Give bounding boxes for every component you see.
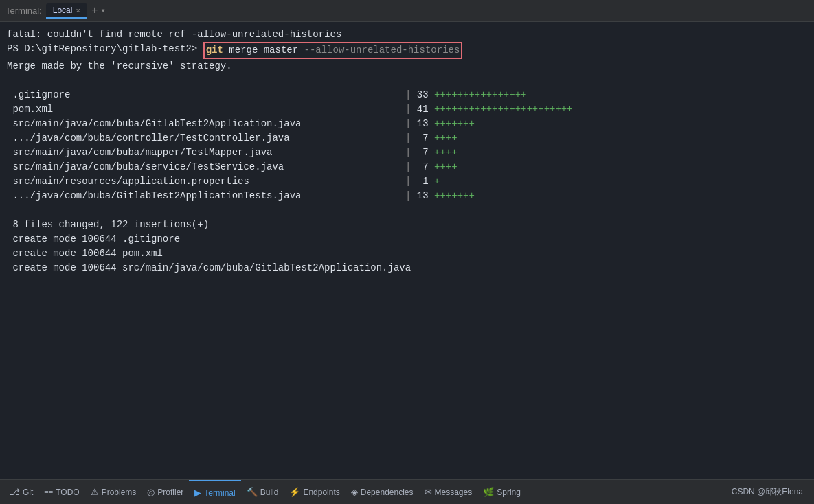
diff-file: .../java/com/buba/controller/TestControl… [7,131,405,146]
problems-label: Problems [102,488,137,497]
endpoints-status[interactable]: ⚡ Endpoints [284,480,345,504]
close-tab-icon[interactable]: × [76,6,80,14]
todo-label: TODO [56,488,79,497]
terminal-line-blank2 [7,203,807,218]
diff-line-testservice: src/main/java/com/buba/service/TestServi… [7,160,807,174]
diff-num: 13 [417,189,434,203]
spring-icon: 🌿 [483,487,494,497]
endpoints-icon: ⚡ [289,487,300,497]
pipe: | [405,102,417,117]
git-label: Git [23,488,33,497]
diff-plusses: +++++++ [434,189,475,203]
author-text: CSDN @邱秋Elena [732,486,803,498]
messages-icon: ✉ [425,487,432,497]
diff-line-testcontroller: .../java/com/buba/controller/TestControl… [7,131,807,146]
tab-dropdown-icon[interactable]: ▾ [100,5,105,16]
build-status[interactable]: 🔨 Build [241,480,284,504]
terminal-tabbar: Terminal: Local × + ▾ [0,0,814,22]
cmd-git: git [206,45,223,56]
endpoints-label: Endpoints [303,488,339,497]
diff-plusses: ++++++++++++++++ [434,88,526,102]
create-text-3: create mode 100644 src/main/java/com/bub… [7,261,411,275]
diff-plusses: + [434,174,440,189]
terminal-line-prompt: PS D:\gitRepository\gitlab-test2> git me… [7,42,807,59]
terminal-summary: 8 files changed, 122 insertions(+) [7,218,807,232]
diff-line-testmapper: src/main/java/com/buba/mapper/TestMapper… [7,146,807,160]
todo-status[interactable]: ≡≡ TODO [38,480,84,504]
diff-plusses: ++++++++++++++++++++++++ [434,102,573,117]
diff-num: 7 [422,131,434,146]
pipe: | [405,88,417,102]
diff-num: 13 [417,117,434,131]
diff-plusses: ++++ [434,146,457,160]
terminal-tab-local[interactable]: Local × [46,3,87,19]
diff-file: pom.xml [7,102,405,117]
terminal-label: Terminal: [5,5,42,16]
diff-num: 7 [422,146,434,160]
create-text-1: create mode 100644 .gitignore [7,232,180,247]
profiler-icon: ◎ [147,487,155,497]
build-icon: 🔨 [247,487,258,497]
pipe: | [405,174,422,189]
pipe: | [405,146,422,160]
terminal-create3: create mode 100644 src/main/java/com/bub… [7,261,807,275]
cmd-rest: merge master [223,45,298,56]
todo-icon: ≡≡ [44,488,53,496]
terminal-line-blank1 [7,73,807,88]
terminal-create1: create mode 100644 .gitignore [7,232,807,247]
diff-num: 7 [422,160,434,174]
build-label: Build [260,488,279,497]
diff-num: 1 [422,174,434,189]
highlighted-command: git merge master --allow-unrelated-histo… [203,42,463,59]
summary-text: 8 files changed, 122 insertions(+) [7,218,209,232]
dependencies-status[interactable]: ◈ Dependencies [346,480,419,504]
diff-plusses: +++++++ [434,117,475,131]
add-tab-button[interactable]: + [91,5,98,17]
diff-file: .gitignore [7,88,405,102]
statusbar: ⎇ Git ≡≡ TODO ⚠ Problems ◎ Profiler ▶ Te… [0,479,814,504]
diff-file: src/main/java/com/buba/mapper/TestMapper… [7,146,405,160]
pipe: | [405,189,417,203]
diff-line-gitlabapptests: .../java/com/buba/GitlabTest2Application… [7,189,807,203]
diff-file: .../java/com/buba/GitlabTest2Application… [7,189,405,203]
cmd-tail: --allow-unrelated-histories [298,45,460,56]
diff-plusses: ++++ [434,160,457,174]
diff-line-appprops: src/main/resources/application.propertie… [7,174,807,189]
messages-label: Messages [435,488,473,497]
tab-name: Local [53,5,73,15]
profiler-status[interactable]: ◎ Profiler [142,480,189,504]
pipe: | [405,160,422,174]
spring-label: Spring [497,488,521,497]
terminal-label-status: Terminal [204,488,235,498]
dependencies-icon: ◈ [351,487,358,497]
problems-status[interactable]: ⚠ Problems [85,480,142,504]
git-status[interactable]: ⎇ Git [4,480,38,504]
diff-line-pom: pom.xml| 41 ++++++++++++++++++++++++ [7,102,807,117]
fatal-text: fatal: couldn't find remote ref -allow-u… [7,27,341,42]
diff-file: src/main/resources/application.propertie… [7,174,405,189]
diff-file: src/main/java/com/buba/service/TestServi… [7,160,405,174]
profiler-label: Profiler [157,488,183,497]
create-text-2: create mode 100644 pom.xml [7,247,163,261]
status-right: CSDN @邱秋Elena [732,486,810,498]
dependencies-label: Dependencies [361,488,414,497]
merge-text: Merge made by the 'recursive' strategy. [7,59,232,73]
prompt-text: PS D:\gitRepository\gitlab-test2> [7,42,203,59]
diff-file: src/main/java/com/buba/GitlabTest2Applic… [7,117,405,131]
terminal-line-fatal: fatal: couldn't find remote ref -allow-u… [7,27,807,42]
diff-line-gitignore: .gitignore| 33 ++++++++++++++++ [7,88,807,102]
git-icon: ⎇ [10,487,20,497]
problems-icon: ⚠ [91,487,99,497]
diff-line-gitlabapp: src/main/java/com/buba/GitlabTest2Applic… [7,117,807,131]
diff-plusses: ++++ [434,131,457,146]
messages-status[interactable]: ✉ Messages [419,480,478,504]
terminal-content: fatal: couldn't find remote ref -allow-u… [0,22,814,479]
terminal-create2: create mode 100644 pom.xml [7,247,807,261]
terminal-icon: ▶ [194,488,201,498]
spring-status[interactable]: 🌿 Spring [477,480,526,504]
diff-num: 41 [417,102,434,117]
terminal-status[interactable]: ▶ Terminal [189,480,240,504]
pipe: | [405,117,417,131]
pipe: | [405,131,422,146]
diff-num: 33 [417,88,434,102]
